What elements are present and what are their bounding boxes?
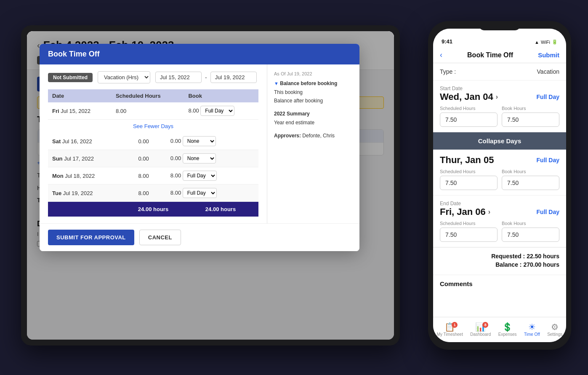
modal-totals: 24.00 hours 24.00 hours (48, 202, 258, 217)
col-date: Date (48, 89, 112, 102)
start-book-group: Book Hours (502, 106, 559, 127)
thur-date-section: Thur, Jan 05 Full Day Scheduled Hours Bo… (433, 150, 566, 196)
end-book-group: Book Hours (502, 221, 559, 242)
end-book-label: Book Hours (502, 221, 559, 226)
phone-header: ‹ Book Time Off Submit (433, 47, 566, 63)
end-fullday-btn[interactable]: Full Day (537, 209, 559, 215)
time-off-tab-label: Time Off (524, 332, 540, 337)
end-scheduled-label: Scheduled Hours (440, 221, 498, 226)
comments-section: Comments (433, 275, 566, 293)
balance-value: 270.00 hours (523, 261, 559, 268)
end-scheduled-group: Scheduled Hours (440, 221, 498, 242)
time-off-icon: ☀ (528, 323, 536, 331)
sat-type-select[interactable]: NoneFull Day (183, 136, 216, 146)
book-time-off-modal: Book Time Off Not Submitted Vacation (Hr… (40, 44, 359, 251)
tablet-screen: ‹ Feb 4 2023 - Feb 10, 2023 › Not Submit… (27, 31, 394, 340)
submit-approval-button[interactable]: SUBMIT FOR APPROVAL (48, 230, 134, 245)
thur-scheduled-group: Scheduled Hours (440, 169, 498, 190)
balance-label: Balance : (495, 261, 521, 268)
table-row: Sat Jul 16, 2022 0.00 0.00 NoneFull Day (48, 133, 258, 150)
tab-settings[interactable]: ⚙ Settings (547, 323, 562, 337)
end-date-input[interactable] (210, 72, 257, 83)
timesheet-tab-label: My Timesheet (437, 332, 463, 337)
tue-type-select[interactable]: Full DayHalf DayNone (183, 188, 217, 198)
col-scheduled: Scheduled Hours (112, 89, 184, 102)
collapse-days-button[interactable]: Collapse Days (433, 132, 566, 150)
summary-section: 2022 Summary (274, 111, 353, 117)
start-book-input[interactable] (502, 112, 559, 127)
approvers-row: Approvers: Defonte, Chris (274, 133, 353, 139)
tablet-device: ‹ Feb 4 2023 - Feb 10, 2023 › Not Submit… (21, 25, 400, 346)
modal-left-panel: Not Submitted Vacation (Hrs) - (40, 64, 267, 223)
modal-right-panel: As Of Jul 19, 2022 ▼ Balance before book… (267, 64, 359, 223)
phone-screen: 9:41 ▲WiFi🔋 ‹ Book Time Off Submit Type … (433, 29, 566, 342)
tab-dashboard[interactable]: 📊 8 Dashboard (470, 323, 491, 337)
start-date-input[interactable] (155, 72, 202, 83)
start-fullday-btn[interactable]: Full Day (537, 94, 559, 100)
settings-icon: ⚙ (551, 323, 559, 331)
status-icons: ▲WiFi🔋 (535, 39, 558, 45)
start-book-label: Book Hours (502, 106, 559, 111)
balance-after-row: Balance after booking (274, 96, 353, 105)
mon-type-select[interactable]: Full DayHalf DayNone (183, 171, 217, 181)
phone-title: Book Time Off (467, 51, 513, 59)
thur-date-value: Thur, Jan 05 (440, 155, 494, 166)
tab-expenses[interactable]: 💲 Expenses (498, 323, 517, 337)
phone-content: Type : Vacation Start Date Wed, Jan 04 ›… (433, 63, 566, 317)
modal-bookings-table: Date Scheduled Hours Book Fri Jul 15, 20… (48, 89, 258, 120)
type-value: Vacation (537, 68, 559, 75)
requested-label: Requested : (491, 253, 525, 260)
cancel-button[interactable]: CANCEL (139, 230, 181, 245)
tab-my-timesheet[interactable]: 📋 1 My Timesheet (437, 323, 463, 337)
dashboard-tab-label: Dashboard (470, 332, 491, 337)
start-date-value[interactable]: Wed, Jan 04 › (440, 91, 498, 102)
table-row: Tue Jul 19, 2022 8.00 8.00 Full DayHalf … (48, 185, 258, 202)
back-button[interactable]: ‹ (440, 51, 442, 59)
modal-collapsed-table: Sat Jul 16, 2022 0.00 0.00 NoneFull Day … (48, 133, 258, 202)
col-book: Book (184, 89, 258, 102)
settings-tab-label: Settings (547, 332, 562, 337)
table-row: Sun Jul 17, 2022 0.00 0.00 NoneFull Day (48, 150, 258, 167)
status-time: 9:41 (442, 38, 452, 45)
start-scheduled-group: Scheduled Hours (440, 106, 498, 127)
end-book-input[interactable] (502, 228, 559, 242)
total-booked: 24.00 hours (187, 206, 254, 212)
thur-book-group: Book Hours (502, 169, 559, 190)
start-date-label: Start Date (440, 86, 559, 91)
thur-scheduled-input[interactable] (440, 176, 498, 190)
requested-value: 22.50 hours (527, 253, 559, 260)
see-fewer-link[interactable]: See Fewer Days (48, 120, 258, 133)
modal-status-badge: Not Submitted (48, 73, 93, 82)
expenses-tab-label: Expenses (498, 332, 517, 337)
start-scheduled-input[interactable] (440, 112, 498, 127)
modal-footer: SUBMIT FOR APPROVAL CANCEL (40, 223, 359, 251)
thur-scheduled-label: Scheduled Hours (440, 169, 498, 174)
fri-type-select[interactable]: Full DayHalf DayNone (200, 106, 234, 116)
end-date-label: End Date (440, 201, 559, 206)
end-date-value[interactable]: Fri, Jan 06 › (440, 206, 490, 217)
end-scheduled-input[interactable] (440, 228, 498, 242)
balance-before-label: Balance before booking (280, 80, 337, 86)
phone-status-bar: 9:41 ▲WiFi🔋 (433, 29, 566, 47)
end-date-section: End Date Fri, Jan 06 › Full Day Schedule… (433, 196, 566, 247)
type-select[interactable]: Vacation (Hrs) (98, 71, 150, 83)
table-row: Fri Jul 15, 2022 8.00 8.00 Full DayHalf … (48, 102, 258, 120)
type-label: Type : (440, 68, 456, 75)
modal-header: Book Time Off (40, 44, 359, 64)
hours-summary: Requested : 22.50 hours Balance : 270.00… (433, 247, 566, 275)
tab-time-off[interactable]: ☀ Time Off (524, 323, 540, 337)
thur-book-input[interactable] (502, 176, 559, 190)
thur-fullday-btn[interactable]: Full Day (537, 157, 559, 163)
comments-title: Comments (440, 280, 473, 287)
as-of-label: As Of Jul 19, 2022 (274, 71, 353, 76)
expenses-icon: 💲 (502, 323, 513, 331)
start-date-section: Start Date Wed, Jan 04 › Full Day Schedu… (433, 80, 566, 132)
phone-notch (479, 21, 521, 30)
timesheet-badge: 1 (452, 322, 458, 328)
start-scheduled-label: Scheduled Hours (440, 106, 498, 111)
type-row: Type : Vacation (433, 63, 566, 80)
phone-device: 9:41 ▲WiFi🔋 ‹ Book Time Off Submit Type … (428, 21, 571, 350)
table-row: Mon Jul 18, 2022 8.00 8.00 Full DayHalf … (48, 167, 258, 185)
phone-submit-button[interactable]: Submit (538, 51, 559, 59)
sun-type-select[interactable]: NoneFull Day (183, 153, 216, 163)
